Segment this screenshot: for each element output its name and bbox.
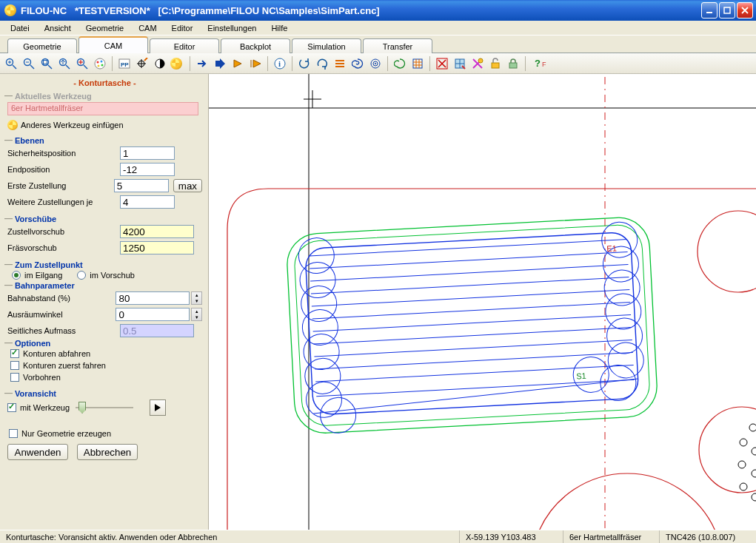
svg-point-16 — [95, 58, 105, 69]
check-contour-finish[interactable]: Konturen abfahren — [7, 348, 202, 360]
svg-line-10 — [48, 65, 52, 69]
svg-rect-37 — [492, 63, 499, 68]
svg-point-52 — [740, 483, 747, 490]
svg-line-57 — [310, 252, 627, 269]
lock-icon[interactable] — [505, 55, 521, 72]
target-icon[interactable] — [367, 55, 384, 72]
arrow-right-icon[interactable] — [194, 55, 210, 72]
info-icon[interactable]: i — [272, 55, 288, 72]
drawing-canvas[interactable]: E1 S1 — [209, 74, 756, 530]
input-firststep[interactable] — [114, 179, 169, 192]
svg-point-49 — [752, 448, 756, 455]
svg-rect-29 — [335, 66, 344, 67]
menu-geometrie[interactable]: Geometrie — [78, 22, 131, 34]
help-f1-icon[interactable]: ?F1 — [529, 55, 552, 72]
zoom-previous-icon[interactable] — [74, 55, 90, 72]
svg-rect-1 — [724, 7, 730, 13]
unlock-icon[interactable] — [487, 55, 504, 72]
menu-hilfe[interactable]: Hilfe — [264, 22, 295, 34]
toolbar-separator — [525, 56, 526, 71]
svg-text:i: i — [278, 59, 281, 68]
svg-point-9 — [42, 58, 49, 65]
main-toolbar: PP i ?F1 — [0, 53, 756, 74]
tab-editor[interactable]: Editor — [150, 38, 219, 53]
menu-ansicht[interactable]: Ansicht — [37, 22, 78, 34]
blue-grid-icon[interactable] — [452, 55, 468, 72]
grid-icon[interactable] — [409, 55, 426, 72]
input-feed-z[interactable] — [120, 225, 194, 238]
zoom-window-icon[interactable] — [39, 55, 55, 72]
max-button[interactable]: max — [173, 179, 202, 192]
palette-icon[interactable] — [92, 55, 108, 72]
tab-simulation[interactable]: Simulation — [292, 38, 361, 53]
tab-label: CAM — [104, 41, 122, 50]
origin-set-icon[interactable] — [134, 55, 150, 72]
svg-rect-28 — [335, 63, 344, 64]
play-lines-icon[interactable] — [247, 55, 264, 72]
preview-play-button[interactable] — [150, 399, 166, 416]
window-close-button[interactable] — [737, 2, 753, 18]
preview-slider[interactable] — [76, 400, 133, 415]
spin-stepover[interactable]: ▲▼ — [191, 291, 202, 305]
spin-angle[interactable]: ▲▼ — [191, 308, 202, 321]
window-minimize-button[interactable] — [701, 2, 717, 18]
group-preview: Voransicht — [7, 389, 202, 398]
current-tool-field[interactable]: 6er Hartmetallfräser — [7, 102, 198, 115]
x-tool-icon[interactable] — [469, 55, 486, 72]
check-label: Konturen abfahren — [23, 349, 90, 358]
menu-datei[interactable]: Datei — [3, 22, 37, 34]
svg-line-13 — [66, 65, 70, 69]
group-approach: Zum Zustellpunkt — [7, 260, 202, 269]
spiral-icon[interactable] — [349, 55, 366, 72]
menu-einstellungen[interactable]: Einstellungen — [200, 22, 264, 34]
check-predrill[interactable]: Vorbohren — [7, 371, 202, 383]
check-only-geometry[interactable]: Nur Geometrie erzeugen — [7, 428, 202, 442]
label-angle: Ausräumwinkel — [7, 310, 116, 319]
cancel-button[interactable]: Abbrechen — [77, 444, 138, 460]
check-label: Vorbohren — [23, 373, 61, 382]
svg-line-61 — [312, 302, 630, 319]
insert-tool-link[interactable]: Anderes Werkzeug einfügen — [21, 121, 124, 129]
input-stepover[interactable] — [116, 291, 190, 305]
zoom-extents-icon[interactable] — [56, 55, 73, 72]
input-angle[interactable] — [116, 308, 190, 321]
label-moresteps: Weitere Zustellungen je — [7, 198, 120, 206]
menu-cam[interactable]: CAM — [131, 22, 164, 34]
tab-transfer[interactable]: Transfer — [363, 38, 432, 53]
apply-button[interactable]: Anwenden — [7, 444, 68, 460]
svg-rect-38 — [509, 63, 517, 68]
input-feed-m[interactable] — [120, 241, 194, 254]
tab-cam[interactable]: CAM — [78, 36, 148, 53]
svg-text:PP: PP — [121, 61, 129, 68]
group-path: Bahnparameter — [7, 281, 202, 290]
check-with-tool[interactable]: mit Werkzeug — [7, 403, 70, 412]
toolbar-separator — [112, 56, 113, 71]
redo-icon[interactable] — [314, 55, 330, 72]
tool-icon[interactable] — [170, 55, 186, 72]
zoom-out-icon[interactable] — [21, 55, 37, 72]
tab-backplot[interactable]: Backplot — [221, 38, 290, 53]
radio-rapid[interactable]: im Eilgang — [12, 271, 62, 280]
group-levels: Ebenen — [7, 136, 202, 145]
check-contour-first[interactable]: Konturen zuerst fahren — [7, 360, 202, 371]
pp-icon[interactable]: PP — [116, 55, 133, 72]
red-x-icon[interactable] — [434, 55, 450, 72]
status-tool: 6er Hartmetallfräser — [563, 530, 660, 543]
stack-icon[interactable] — [332, 55, 348, 72]
menu-editor[interactable]: Editor — [164, 22, 201, 34]
input-endpos[interactable] — [120, 163, 175, 176]
input-safety[interactable] — [120, 146, 175, 160]
radio-feed[interactable]: im Vorschub — [77, 271, 135, 280]
window-maximize-button[interactable] — [719, 2, 735, 18]
refresh-icon[interactable] — [296, 55, 312, 72]
input-moresteps[interactable] — [120, 195, 175, 209]
tab-geometrie[interactable]: Geometrie — [7, 38, 77, 53]
play-right-icon[interactable] — [230, 55, 246, 72]
menu-bar: Datei Ansicht Geometrie CAM Editor Einst… — [0, 21, 756, 36]
contrast-icon[interactable] — [152, 55, 168, 72]
zoom-in-icon[interactable] — [3, 55, 19, 72]
arrow-fill-icon[interactable] — [212, 55, 228, 72]
toolbar-separator — [292, 56, 292, 71]
spiral-green-icon[interactable] — [392, 55, 408, 72]
svg-point-32 — [375, 63, 376, 64]
